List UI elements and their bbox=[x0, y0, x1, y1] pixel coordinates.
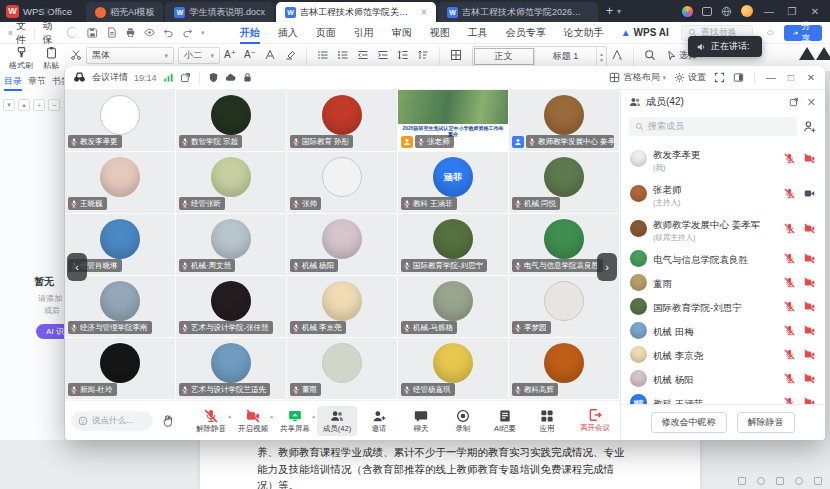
number-list-icon[interactable] bbox=[337, 49, 349, 61]
video-tile[interactable]: 经管杨嘉琪 bbox=[398, 338, 508, 399]
nav-tab-bookmark[interactable]: 书签 bbox=[52, 75, 65, 88]
video-tile[interactable]: 2026届研究生免试认定中小学教师资格工作布置会张老师 bbox=[398, 90, 508, 151]
video-tile[interactable]: 机械·周文慧 bbox=[176, 214, 286, 275]
mic-muted-icon[interactable] bbox=[784, 301, 795, 312]
grid-prev-page-button[interactable]: ‹ bbox=[67, 253, 87, 281]
restore-button[interactable]: ❐ bbox=[785, 6, 799, 17]
borders-icon[interactable] bbox=[450, 49, 462, 61]
tab-list-chevron-icon[interactable]: ▾ bbox=[617, 7, 621, 16]
indent-decrease-icon[interactable] bbox=[357, 49, 369, 61]
more-chevron-icon[interactable]: ▾ bbox=[201, 29, 205, 37]
lock-permission-icon[interactable] bbox=[242, 72, 253, 83]
record-button[interactable]: 录制 bbox=[443, 406, 483, 436]
member-row[interactable]: 机械 田梅 bbox=[621, 318, 824, 342]
video-tile[interactable]: 国际教育 孙彤 bbox=[287, 90, 397, 151]
settings-button[interactable]: 设置 bbox=[674, 71, 706, 84]
account-avatar[interactable] bbox=[741, 5, 753, 17]
ai-recognize-button[interactable]: AI 识别 bbox=[36, 324, 65, 339]
line-spacing-icon[interactable] bbox=[397, 49, 409, 61]
member-row[interactable]: 电气与信息学院袁良胜 bbox=[621, 246, 824, 270]
member-row[interactable]: 张老师(主持人) bbox=[621, 176, 824, 211]
member-row[interactable]: 涵菲教科 王涵菲 bbox=[621, 390, 824, 404]
video-tile[interactable]: 教科高辉 bbox=[509, 338, 619, 399]
close-button[interactable]: ✕ bbox=[808, 6, 822, 17]
document-window-tab[interactable]: W吉林工程技术师范学院2026届教育 bbox=[438, 2, 598, 22]
cloud-sync-icon[interactable] bbox=[767, 26, 773, 39]
unmute-button[interactable]: 解除静音▴ bbox=[191, 406, 231, 436]
camera-off-icon[interactable] bbox=[804, 373, 815, 384]
bullet-list-icon[interactable] bbox=[317, 49, 329, 61]
member-search-input[interactable]: 搜索成员 bbox=[629, 117, 797, 136]
statusbar-icon[interactable] bbox=[795, 477, 803, 485]
zoom-in-icon[interactable]: + bbox=[33, 99, 45, 111]
add-member-icon[interactable] bbox=[803, 120, 816, 133]
video-tile[interactable]: 经管张昕 bbox=[176, 152, 286, 213]
apps-button[interactable]: 应用 bbox=[527, 406, 567, 436]
security-shield-icon[interactable] bbox=[208, 72, 219, 83]
mic-muted-icon[interactable] bbox=[784, 397, 795, 405]
ribbon-tab-member[interactable]: 会员专享 bbox=[497, 22, 555, 44]
statusbar-icon[interactable] bbox=[738, 477, 746, 485]
members-button[interactable]: 成员(42) bbox=[317, 406, 357, 436]
meeting-titlebar[interactable]: 会议详情 19:14 宫格布局▾ 设置 — □ ✕ bbox=[65, 66, 825, 90]
new-tab-button[interactable]: + bbox=[606, 4, 613, 18]
save-icon[interactable] bbox=[87, 27, 98, 38]
quick-chat-input[interactable]: 说点什么... bbox=[71, 411, 153, 431]
video-tile[interactable]: 经济与管理学院李南 bbox=[65, 276, 175, 337]
leave-meeting-button[interactable]: 离开会议 bbox=[580, 408, 614, 433]
meeting-details-link[interactable]: 会议详情 bbox=[92, 71, 128, 84]
camera-off-icon[interactable] bbox=[804, 397, 815, 405]
video-tile[interactable]: 机械-马炼格 bbox=[398, 276, 508, 337]
print-preview-icon[interactable] bbox=[144, 27, 155, 38]
camera-off-icon[interactable] bbox=[804, 301, 815, 312]
statusbar-icon[interactable] bbox=[776, 477, 784, 485]
ribbon-tab-reference[interactable]: 引用 bbox=[345, 22, 383, 44]
mic-muted-icon[interactable] bbox=[784, 373, 795, 384]
cloud-record-icon[interactable] bbox=[225, 72, 236, 83]
document-window-tab[interactable]: W学生填表说明.docx bbox=[165, 2, 274, 22]
ribbon-tab-home[interactable]: 开始 bbox=[231, 22, 269, 44]
video-tile[interactable]: 机械 李京尧 bbox=[287, 276, 397, 337]
video-tile[interactable]: 艺术与设计学院-张佳慧 bbox=[176, 276, 286, 337]
member-row[interactable]: 机械 李京尧 bbox=[621, 342, 824, 366]
video-tile[interactable]: 李梦园 bbox=[509, 276, 619, 337]
statusbar-icon[interactable] bbox=[814, 477, 822, 485]
statusbar-icon[interactable] bbox=[757, 477, 765, 485]
member-row[interactable]: 教发李孝更(我) bbox=[621, 141, 824, 176]
expand-icon[interactable]: ▴ bbox=[18, 99, 30, 111]
close-panel-icon[interactable]: ✕ bbox=[807, 96, 816, 109]
redo-icon[interactable] bbox=[182, 27, 193, 38]
unmute-button[interactable]: 解除静音 bbox=[737, 412, 795, 433]
undo-icon[interactable] bbox=[163, 27, 174, 38]
collapse-icon[interactable]: ▾ bbox=[3, 99, 15, 111]
style-gallery-arrows[interactable]: ▲▼ bbox=[597, 47, 606, 66]
video-tile[interactable]: 数智学院 宗超 bbox=[176, 90, 286, 151]
member-row[interactable]: 国际教育学院-刘思宁 bbox=[621, 294, 824, 318]
video-tile[interactable]: 国际教育学院-刘思宁 bbox=[398, 214, 508, 275]
camera-off-icon[interactable] bbox=[804, 277, 815, 288]
search-tool-icon[interactable] bbox=[644, 49, 656, 61]
member-row[interactable]: 教师教学发展中心 姜孝军(联席主持人) bbox=[621, 211, 824, 246]
camera-on-icon[interactable] bbox=[804, 188, 815, 199]
ribbon-tab-insert[interactable]: 插入 bbox=[269, 22, 307, 44]
camera-off-icon[interactable] bbox=[804, 349, 815, 360]
zoom-out-icon[interactable]: − bbox=[48, 99, 60, 111]
text-style-brush-icon[interactable] bbox=[611, 49, 623, 61]
start-video-button[interactable]: 开启视频▴ bbox=[233, 406, 273, 436]
print-icon[interactable] bbox=[125, 27, 136, 38]
camera-off-icon[interactable] bbox=[804, 253, 815, 264]
font-size-select[interactable]: 小二▾ bbox=[178, 47, 220, 64]
theme-skin-icon[interactable] bbox=[682, 6, 693, 17]
autosave-toggle[interactable] bbox=[67, 27, 77, 38]
document-window-tab[interactable]: 稻壳AI模板 bbox=[86, 2, 164, 22]
camera-off-icon[interactable] bbox=[804, 325, 815, 336]
format-painter-button[interactable]: 格式刷 bbox=[6, 46, 36, 71]
video-tile[interactable]: 王晓巍 bbox=[65, 152, 175, 213]
nav-tab-chapter[interactable]: 章节 bbox=[28, 75, 46, 88]
video-tile[interactable]: 董雨 bbox=[287, 338, 397, 399]
chevron-up-icon[interactable]: ▴ bbox=[312, 413, 315, 419]
video-tile[interactable]: 教师教学发展中心 姜孝军 bbox=[509, 90, 619, 151]
mic-muted-icon[interactable] bbox=[784, 223, 795, 234]
ai-notes-button[interactable]: AI纪要 bbox=[485, 406, 525, 436]
close-tab-icon[interactable]: × bbox=[421, 7, 427, 18]
